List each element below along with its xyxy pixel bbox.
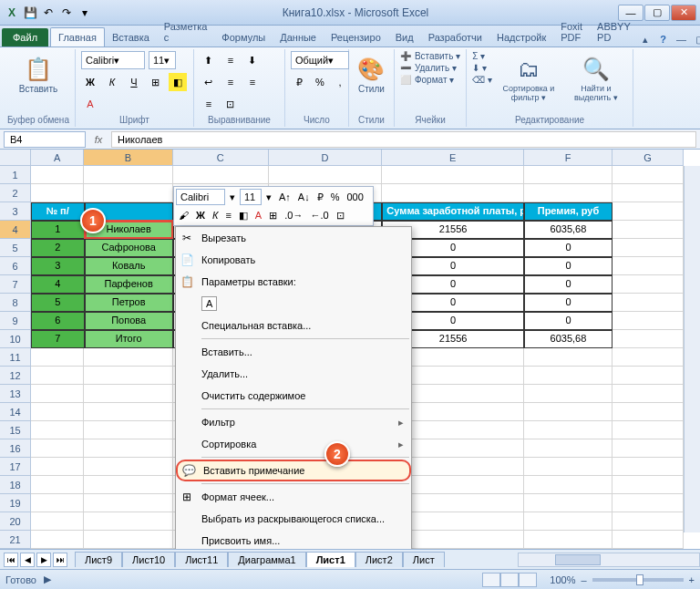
- vertical-scrollbar[interactable]: [684, 166, 700, 532]
- mini-grow-font-icon[interactable]: A↑: [276, 189, 293, 205]
- menu-insert[interactable]: Вставить...: [176, 341, 411, 363]
- cell[interactable]: [524, 184, 612, 202]
- menu-format-cells[interactable]: ⊞Формат ячеек...: [176, 486, 411, 508]
- cell[interactable]: [382, 184, 524, 202]
- view-page-layout-button[interactable]: [500, 573, 519, 587]
- redo-icon[interactable]: ↷: [58, 5, 75, 21]
- mini-currency-icon[interactable]: ₽: [314, 189, 326, 205]
- menu-pick-from-dropdown[interactable]: Выбрать из раскрывающегося списка...: [176, 508, 411, 530]
- cell[interactable]: [612, 330, 684, 348]
- underline-button[interactable]: Ч: [125, 73, 143, 91]
- cell[interactable]: [524, 458, 612, 476]
- cell[interactable]: [84, 367, 172, 385]
- col-header-f[interactable]: F: [524, 150, 612, 165]
- sheet-tab[interactable]: Лист9: [75, 552, 122, 567]
- sheet-tab[interactable]: Лист2: [355, 552, 403, 567]
- view-page-break-button[interactable]: [519, 573, 537, 587]
- align-right-button[interactable]: ≡: [200, 95, 218, 113]
- cell[interactable]: [31, 385, 84, 403]
- cell[interactable]: [612, 294, 684, 312]
- row-header-17[interactable]: 17: [0, 458, 30, 476]
- cell[interactable]: [31, 458, 84, 476]
- cell[interactable]: [612, 439, 684, 458]
- font-name-selector[interactable]: Calibri ▾: [81, 51, 145, 69]
- cell[interactable]: [524, 494, 612, 512]
- align-middle-button[interactable]: ≡: [221, 51, 240, 69]
- undo-icon[interactable]: ↶: [40, 5, 57, 21]
- cell[interactable]: [382, 166, 524, 184]
- mini-merge-icon[interactable]: ⊡: [334, 207, 347, 223]
- cell[interactable]: [612, 512, 684, 531]
- cell[interactable]: [84, 494, 172, 512]
- cell[interactable]: [524, 385, 612, 403]
- cell[interactable]: [612, 312, 684, 330]
- cell[interactable]: [524, 476, 612, 494]
- formula-input[interactable]: Николаев: [111, 131, 696, 148]
- bold-button[interactable]: Ж: [81, 73, 99, 91]
- sheet-tab[interactable]: Лист1: [306, 552, 355, 567]
- cell[interactable]: 4: [31, 275, 85, 294]
- tab-abbyy[interactable]: ABBYY PD: [590, 17, 638, 46]
- cell[interactable]: 3: [31, 257, 85, 275]
- cell[interactable]: 2: [31, 239, 85, 257]
- cell[interactable]: 0: [524, 239, 612, 257]
- col-header-g[interactable]: G: [612, 150, 684, 165]
- cell[interactable]: [612, 221, 684, 239]
- col-header-a[interactable]: A: [31, 150, 84, 165]
- cell[interactable]: [612, 348, 684, 367]
- tab-developer[interactable]: Разработчи: [421, 28, 489, 46]
- border-button[interactable]: ⊞: [147, 73, 165, 91]
- col-header-e[interactable]: E: [382, 150, 524, 165]
- row-header-2[interactable]: 2: [0, 184, 30, 202]
- tab-pagelayout[interactable]: Разметка с: [157, 17, 215, 46]
- tab-data[interactable]: Данные: [273, 28, 324, 46]
- mini-fill-color-icon[interactable]: ◧: [236, 207, 251, 223]
- italic-button[interactable]: К: [103, 73, 121, 91]
- mini-align-icon[interactable]: ≡: [222, 207, 233, 223]
- cell[interactable]: [31, 367, 84, 385]
- cell[interactable]: [612, 476, 684, 494]
- cell[interactable]: [612, 494, 684, 512]
- cell[interactable]: [84, 403, 172, 421]
- cell[interactable]: 0: [524, 312, 612, 330]
- row-header-3[interactable]: 3: [0, 202, 30, 221]
- cell[interactable]: [31, 439, 84, 458]
- macro-record-icon[interactable]: ▶: [44, 574, 51, 585]
- ribbon-minimize-icon[interactable]: ▴: [638, 32, 653, 46]
- styles-button[interactable]: 🎨 Стили: [355, 51, 388, 98]
- mini-font-size[interactable]: 11: [240, 189, 262, 205]
- cell[interactable]: [612, 403, 684, 421]
- merge-button[interactable]: ⊡: [221, 95, 240, 113]
- cell[interactable]: 6035,68: [524, 330, 612, 348]
- tab-insert[interactable]: Вставка: [105, 28, 157, 46]
- qat-dropdown-icon[interactable]: ▾: [77, 5, 93, 21]
- cell[interactable]: Итого: [85, 330, 173, 348]
- cell[interactable]: [524, 403, 612, 421]
- cell[interactable]: 1: [31, 221, 85, 239]
- cell[interactable]: [84, 348, 172, 367]
- cell[interactable]: [31, 531, 84, 549]
- mini-shrink-font-icon[interactable]: A↓: [295, 189, 313, 205]
- mini-font-color-icon[interactable]: A: [252, 207, 264, 223]
- mini-decimal-dec-icon[interactable]: ←.0: [307, 207, 331, 223]
- font-color-button[interactable]: A: [81, 95, 99, 113]
- sheet-next-button[interactable]: ▶: [36, 553, 51, 567]
- cell[interactable]: [612, 367, 684, 385]
- find-select-button[interactable]: 🔍 Найти и выделить ▾: [565, 51, 627, 106]
- doc-restore-icon[interactable]: ▢: [693, 32, 700, 46]
- sheet-tab[interactable]: Лист11: [175, 552, 228, 567]
- hscroll-thumb[interactable]: [555, 554, 601, 565]
- cell[interactable]: [84, 476, 172, 494]
- cell[interactable]: [612, 166, 684, 184]
- row-header-16[interactable]: 16: [0, 439, 30, 458]
- row-header-1[interactable]: 1: [0, 166, 30, 184]
- cell[interactable]: Сумма заработной платы, руб.: [382, 202, 524, 221]
- cell[interactable]: [612, 531, 684, 549]
- tab-addins[interactable]: Надстройк: [489, 28, 553, 46]
- menu-clear-contents[interactable]: Очистить содержимое: [176, 385, 411, 407]
- insert-cells-button[interactable]: ➕ Вставить ▾: [400, 51, 460, 61]
- view-normal-button[interactable]: [482, 573, 500, 587]
- mini-decimal-inc-icon[interactable]: .0→: [282, 207, 305, 223]
- cell[interactable]: [84, 385, 172, 403]
- align-top-button[interactable]: ⬆: [200, 51, 218, 69]
